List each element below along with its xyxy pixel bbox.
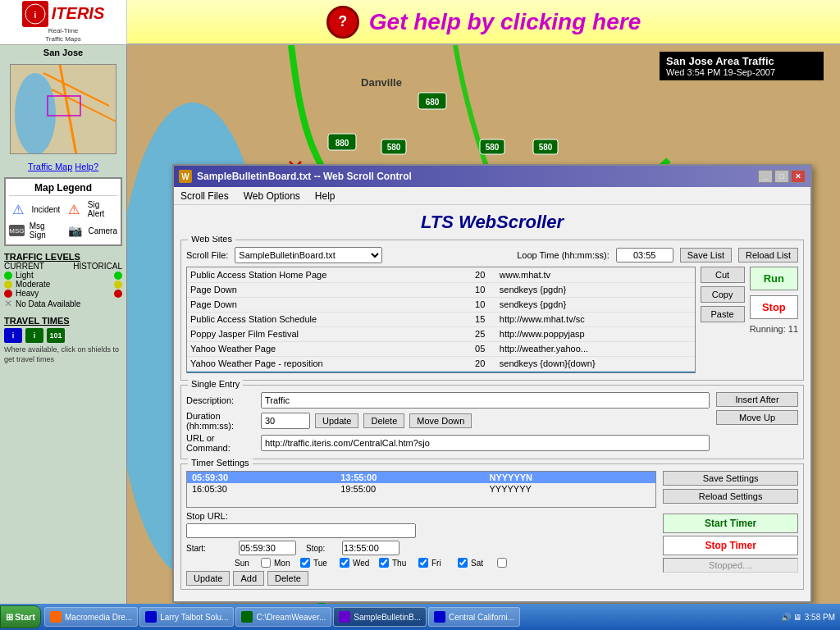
table-row[interactable]: Page Down10sendkeys {pgdn}: [187, 297, 695, 312]
help-banner[interactable]: ? Get help by clicking here: [127, 0, 840, 43]
taskbar-label-2: C:\DreamWeaver...: [256, 613, 326, 622]
table-row[interactable]: Page Down10sendkeys {pgdn}: [187, 282, 695, 297]
thu-checkbox[interactable]: [418, 558, 428, 568]
travel-icon-1[interactable]: i: [4, 328, 22, 343]
ws-table-scroll[interactable]: Public Access Station Home Page20www.mha…: [186, 267, 696, 373]
ws-window-controls: _ □ ✕: [758, 170, 806, 183]
description-label: Description:: [186, 395, 256, 405]
url-input[interactable]: [261, 435, 710, 451]
cut-button[interactable]: Cut: [701, 267, 745, 283]
ws-table-container: Public Access Station Home Page20www.mha…: [186, 267, 798, 373]
travel-times-title: TRAVEL TIMES: [4, 316, 122, 326]
timer-row[interactable]: 16:05:3019:55:00YYYYYYY: [187, 483, 655, 495]
sat-checkbox[interactable]: [497, 558, 507, 568]
stop-url-input[interactable]: [186, 523, 416, 538]
logo-subtitle: Real-Time Traffic Maps: [45, 27, 81, 43]
save-list-button[interactable]: Save List: [680, 248, 732, 262]
update-timer-button[interactable]: Update: [186, 571, 230, 586]
taskbar-item-4[interactable]: Central Californi...: [428, 607, 520, 627]
taskbar-label-0: Macromedia Dre...: [65, 613, 132, 622]
speaker-icon[interactable]: 🔊: [781, 613, 791, 622]
copy-button[interactable]: Copy: [701, 286, 745, 303]
table-row[interactable]: Traffic30http://traffic.iteris: [187, 371, 695, 373]
move-down-button[interactable]: Move Down: [409, 413, 472, 428]
tue-checkbox[interactable]: [340, 558, 349, 568]
svg-text:i: i: [34, 11, 36, 20]
fri-label: Fri: [431, 559, 454, 568]
mon-checkbox[interactable]: [300, 558, 310, 568]
table-row[interactable]: Poppy Jasper Film Festival25http://www.p…: [187, 326, 695, 341]
loop-time-input[interactable]: [616, 248, 673, 262]
table-row[interactable]: Public Access Station Schedule15http://w…: [187, 312, 695, 326]
svg-text:680: 680: [426, 98, 440, 107]
taskbar-label-4: Central Californi...: [449, 613, 514, 622]
tue-label: Tue: [313, 559, 336, 568]
move-up-button[interactable]: Move Up: [716, 410, 798, 425]
wed-checkbox[interactable]: [379, 558, 389, 568]
timer-settings-section: Timer Settings 05:59:3013:55:00NYYYYYN16…: [180, 463, 804, 590]
map-thumbnail[interactable]: [10, 64, 116, 154]
sun-label: Sun: [235, 559, 258, 568]
menu-scroll-files[interactable]: Scroll Files: [177, 189, 232, 203]
traffic-map-anchor[interactable]: Traffic Map: [28, 162, 72, 171]
add-timer-button[interactable]: Add: [233, 571, 264, 586]
reload-settings-button[interactable]: Reload Settings: [663, 489, 798, 504]
close-button[interactable]: ✕: [791, 170, 806, 183]
taskbar-item-1[interactable]: Larry Talbot Solu...: [139, 607, 234, 627]
travel-icon-2[interactable]: i: [25, 328, 43, 343]
taskbar-item-0[interactable]: Macromedia Dre...: [44, 607, 138, 627]
moderate-level: Moderate: [4, 280, 122, 289]
taskbar-item-2[interactable]: C:\DreamWeaver...: [235, 607, 331, 627]
run-button[interactable]: Run: [750, 267, 798, 290]
minimize-button[interactable]: _: [758, 170, 773, 183]
paste-button[interactable]: Paste: [701, 306, 745, 322]
scroll-file-select[interactable]: SampleBulletinBoard.txt: [235, 247, 382, 263]
taskbar-icon-1: [145, 611, 157, 623]
sat-label: Sat: [471, 559, 494, 568]
fri-checkbox[interactable]: [458, 558, 468, 568]
table-row[interactable]: Yahoo Weather Page - reposition20sendkey…: [187, 356, 695, 371]
scroll-file-label: Scroll File:: [186, 250, 228, 260]
stop-timer-button[interactable]: Stop Timer: [663, 536, 798, 555]
travel-times: TRAVEL TIMES i i 101 Where available, cl…: [0, 313, 126, 368]
start-time-input[interactable]: [239, 541, 296, 555]
maximize-button[interactable]: □: [774, 170, 789, 183]
travel-icon-3[interactable]: 101: [47, 328, 65, 343]
menu-web-options[interactable]: Web Options: [240, 189, 304, 203]
map-title: San Jose Area Traffic: [666, 55, 817, 67]
timer-table-scroll[interactable]: 05:59:3013:55:00NYYYYYN16:05:3019:55:00Y…: [186, 471, 656, 508]
msg-sign-label: Msg Sign: [30, 221, 62, 240]
stop-time-input[interactable]: [342, 541, 399, 555]
start-button[interactable]: ⊞ Start: [0, 605, 41, 628]
top-banner: i ITERIS Real-Time Traffic Maps ? Get he…: [0, 0, 840, 45]
table-row[interactable]: Public Access Station Home Page20www.mha…: [187, 267, 695, 282]
save-settings-button[interactable]: Save Settings: [663, 471, 798, 486]
stop-button[interactable]: Stop: [750, 295, 798, 319]
duration-input[interactable]: [261, 413, 310, 429]
help-anchor[interactable]: Help?: [75, 162, 98, 171]
websites-section: Web Sites Scroll File: SampleBulletinBoa…: [180, 240, 804, 381]
reload-list-button[interactable]: Reload List: [738, 248, 798, 262]
delete-timer-button[interactable]: Delete: [267, 571, 308, 586]
historical-label: HISTORICAL: [73, 262, 122, 271]
taskbar-time: 3:58 PM: [805, 613, 835, 622]
insert-after-button[interactable]: Insert After: [716, 392, 798, 407]
sun-checkbox[interactable]: [261, 558, 271, 568]
loop-time-label: Loop Time (hh:mm:ss):: [517, 250, 609, 260]
delete-single-button[interactable]: Delete: [363, 413, 404, 428]
update-single-button[interactable]: Update: [315, 413, 358, 428]
help-text: Get help by clicking here: [369, 9, 641, 35]
days-header-row: Start: Stop:: [186, 541, 656, 555]
duration-label: Duration(hh:mm:ss):: [186, 411, 256, 431]
menu-help[interactable]: Help: [312, 189, 339, 203]
start-timer-button[interactable]: Start Timer: [663, 514, 798, 533]
timer-row[interactable]: 05:59:3013:55:00NYYYYYN: [187, 472, 655, 483]
description-input[interactable]: [261, 392, 710, 409]
traffic-levels: TRAFFIC LEVELS CURRENT HISTORICAL Light …: [0, 249, 126, 313]
single-entry-label: Single Entry: [188, 379, 243, 389]
taskbar-item-3[interactable]: SampleBulletinB...: [333, 607, 427, 627]
stop-url-label: Stop URL:: [186, 511, 228, 521]
table-row[interactable]: Yahoo Weather Page05http://weather.yahoo…: [187, 341, 695, 356]
traffic-map-link[interactable]: Traffic Map Help?: [0, 158, 126, 175]
ws-cut-paste: Cut Copy Paste: [701, 267, 745, 373]
